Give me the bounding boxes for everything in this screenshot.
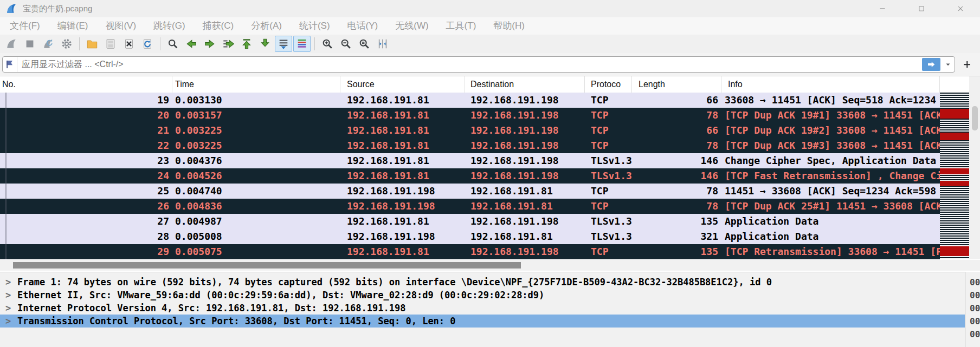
zoom-in-button[interactable] <box>319 36 336 52</box>
packet-row[interactable]: 230.004376192.168.191.81192.168.191.198T… <box>0 153 940 168</box>
menu-item[interactable]: 无线(W) <box>386 17 437 35</box>
packet-row[interactable]: 220.003225192.168.191.81192.168.191.198T… <box>0 138 940 153</box>
packet-cell-no: 27 <box>0 214 172 229</box>
wireshark-start-capture-button[interactable] <box>3 36 20 52</box>
stop-capture-button[interactable] <box>21 36 38 52</box>
expander-icon[interactable]: > <box>5 302 17 315</box>
packet-cell-source: 192.168.191.81 <box>340 123 465 138</box>
packet-list-minimap[interactable] <box>940 93 969 259</box>
column-header-no[interactable]: No. <box>0 76 172 93</box>
expander-icon[interactable]: > <box>5 289 17 302</box>
packet-row[interactable]: 200.003157192.168.191.81192.168.191.198T… <box>0 108 940 123</box>
filter-dropdown-button[interactable] <box>943 58 953 71</box>
menu-item[interactable]: 捕获(C) <box>194 17 243 35</box>
close-file-button[interactable] <box>120 36 138 52</box>
add-filter-button[interactable] <box>959 57 975 72</box>
detail-line[interactable]: >Frame 1: 74 bytes on wire (592 bits), 7… <box>0 276 965 289</box>
zoom-in-icon <box>321 38 333 50</box>
capture-options-button[interactable] <box>58 36 75 52</box>
filter-bookmark-icon[interactable] <box>3 57 17 72</box>
go-back-button[interactable] <box>183 36 200 52</box>
auto-scroll-button[interactable] <box>275 36 292 52</box>
packet-cell-time: 0.004526 <box>172 168 340 184</box>
go-last-packet-button[interactable] <box>256 36 274 52</box>
apply-filter-button[interactable] <box>922 58 940 71</box>
apply-filter-arrow-icon <box>926 60 936 69</box>
menu-item[interactable]: 帮助(H) <box>485 17 533 35</box>
colorize-button[interactable] <box>293 36 311 52</box>
menu-item[interactable]: 工具(T) <box>437 17 485 35</box>
packet-cell-destination: 192.168.191.198 <box>465 123 585 138</box>
packet-cell-destination: 192.168.191.81 <box>465 184 585 199</box>
minimize-button[interactable] <box>863 0 902 17</box>
display-filter-input[interactable] <box>17 60 922 69</box>
column-header-protocol[interactable]: Protoco <box>585 76 632 93</box>
packet-cell-length: 66 <box>632 123 721 138</box>
packet-row[interactable]: 210.003225192.168.191.81192.168.191.198T… <box>0 123 940 138</box>
go-forward-button[interactable] <box>201 36 218 52</box>
horizontal-scrollbar-thumb[interactable] <box>13 262 521 269</box>
wireshark-start-capture-icon <box>5 38 17 50</box>
menu-item[interactable]: 分析(A) <box>242 17 291 35</box>
expander-icon[interactable]: > <box>5 276 17 289</box>
packet-cell-info: [TCP Dup ACK 25#1] 11451 → 33608 [ACK <box>721 199 940 214</box>
menu-item[interactable]: 编辑(E) <box>49 17 97 35</box>
reload-file-icon <box>141 38 153 50</box>
close-button[interactable] <box>941 0 980 17</box>
packet-cell-no: 21 <box>0 123 172 138</box>
restart-capture-button[interactable] <box>40 36 57 52</box>
bytes-line: 00 <box>965 328 980 341</box>
column-header-source[interactable]: Source <box>340 76 465 93</box>
packet-row[interactable]: 240.004526192.168.191.81192.168.191.198T… <box>0 168 940 184</box>
packet-cell-source: 192.168.191.81 <box>340 93 465 108</box>
column-header-destination[interactable]: Destination <box>465 76 585 93</box>
detail-line[interactable]: >Ethernet II, Src: VMware_59:6a:dd (00:0… <box>0 289 965 302</box>
packet-cell-time: 0.004740 <box>172 184 340 199</box>
packet-row[interactable]: 260.004836192.168.191.198192.168.191.81T… <box>0 199 940 214</box>
go-first-packet-button[interactable] <box>238 36 255 52</box>
packet-row[interactable]: 290.005075192.168.191.81192.168.191.198T… <box>0 244 940 259</box>
close-file-icon <box>123 38 135 50</box>
expander-icon[interactable]: > <box>5 315 17 328</box>
find-packet-button[interactable] <box>164 36 182 52</box>
packet-cell-info: [TCP Dup ACK 19#3] 33608 → 11451 [ACK <box>721 138 940 153</box>
bytes-line: 00 <box>965 302 980 315</box>
stop-capture-icon <box>24 38 36 50</box>
packet-cell-destination: 192.168.191.198 <box>465 153 585 168</box>
save-file-button[interactable] <box>102 36 119 52</box>
go-back-icon <box>185 38 197 50</box>
zoom-original-button[interactable] <box>356 36 373 52</box>
vertical-scrollbar[interactable] <box>969 76 980 259</box>
colorize-icon <box>296 38 308 50</box>
column-header-time[interactable]: Time <box>172 76 340 93</box>
column-header-length[interactable]: Length <box>632 76 721 93</box>
packet-row[interactable]: 280.005008192.168.191.198192.168.191.81T… <box>0 229 940 244</box>
menu-item[interactable]: 电话(Y) <box>339 17 387 35</box>
packet-row[interactable]: 190.003130192.168.191.81192.168.191.198T… <box>0 93 940 108</box>
packet-cell-source: 192.168.191.81 <box>340 244 465 259</box>
resize-columns-button[interactable] <box>374 36 391 52</box>
open-file-button[interactable] <box>83 36 101 52</box>
menu-item[interactable]: 跳转(G) <box>145 17 194 35</box>
detail-line[interactable]: >Internet Protocol Version 4, Src: 192.1… <box>0 302 965 315</box>
packet-cell-protocol: TCP <box>585 138 632 153</box>
vertical-scrollbar-thumb[interactable] <box>972 106 978 130</box>
menu-item[interactable]: 文件(F) <box>1 17 49 35</box>
column-header-info[interactable]: Info <box>721 76 940 93</box>
maximize-button[interactable] <box>902 0 941 17</box>
packet-row[interactable]: 250.004740192.168.191.198192.168.191.81T… <box>0 184 940 199</box>
packet-cell-source: 192.168.191.81 <box>340 153 465 168</box>
packet-cell-no: 26 <box>0 199 172 214</box>
reload-file-button[interactable] <box>139 36 156 52</box>
menu-item[interactable]: 视图(V) <box>96 17 145 35</box>
menu-item[interactable]: 统计(S) <box>291 17 339 35</box>
packet-cell-length: 321 <box>632 229 721 244</box>
zoom-out-button[interactable] <box>337 36 354 52</box>
detail-line[interactable]: >Transmission Control Protocol, Src Port… <box>0 315 965 328</box>
minimap-error-band <box>940 181 969 186</box>
go-to-packet-button[interactable] <box>220 36 237 52</box>
display-filter-field[interactable] <box>2 56 955 73</box>
packet-cell-destination: 192.168.191.198 <box>465 108 585 123</box>
packet-row[interactable]: 270.004987192.168.191.81192.168.191.198T… <box>0 214 940 229</box>
horizontal-scrollbar[interactable] <box>0 260 980 271</box>
